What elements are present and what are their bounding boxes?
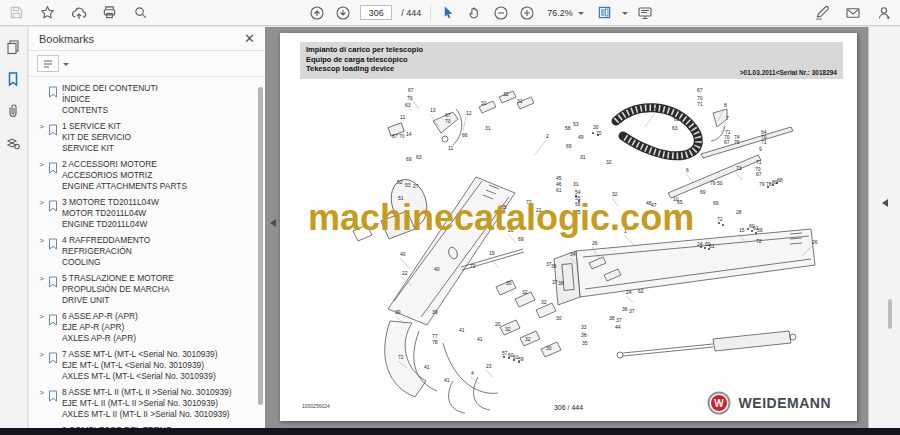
part-number-label: 32 (606, 159, 612, 165)
part-number-label: 69 (700, 189, 706, 195)
bookmark-item[interactable]: > 6 ASSE AP-R (APR)EJE AP-R (APR)AXLES A… (35, 311, 255, 344)
vertical-scrollbar[interactable] (888, 299, 892, 329)
part-number-label: 41 (459, 327, 465, 333)
part-number-label: 31 (573, 181, 579, 187)
part-number-label: 62 (638, 288, 644, 294)
part-number-label: 83 (674, 116, 680, 122)
bookmark-item[interactable]: > 7 ASSE MT-L (MT-L <Serial No. 3010939)… (35, 349, 255, 382)
page-header-band: Impianto di carico per telescopio Equipo… (300, 42, 843, 79)
part-number-label: 39 (395, 309, 401, 315)
zoom-in-icon[interactable] (518, 4, 535, 21)
part-number-label: 11 (448, 145, 453, 151)
part-number-label: 6 (686, 167, 689, 173)
part-number-label: 67 (392, 133, 398, 139)
print-icon[interactable] (101, 4, 118, 21)
attachments-icon[interactable] (5, 103, 22, 120)
close-icon[interactable]: ✕ (244, 32, 255, 45)
zoom-level-value: 76.2% (547, 8, 573, 18)
bookmarks-options-bar (29, 51, 265, 77)
save-icon[interactable] (8, 4, 25, 21)
page-number-input[interactable] (360, 5, 392, 20)
part-number-label: 32 (541, 299, 547, 305)
page-title-line: Equipo de carga telescópico (306, 55, 837, 65)
part-number-label: 78 (432, 339, 438, 345)
bookmark-item[interactable]: > 4 RAFFREDDAMENTOREFRIGERACIÓNCOOLING (35, 235, 255, 268)
page-up-icon[interactable] (308, 4, 325, 21)
part-number-label: 79 (710, 180, 716, 186)
bookmark-flag-icon (48, 311, 62, 344)
brand-footer: W WEIDEMANN (707, 391, 831, 415)
part-number-label: 69 (406, 156, 412, 162)
part-number-label: 73 (736, 165, 742, 171)
expand-chevron-icon[interactable]: > (35, 273, 48, 306)
part-number-label: 59 (518, 356, 524, 362)
part-number-label: 72 (470, 263, 476, 269)
expand-chevron-icon[interactable]: > (35, 311, 48, 344)
bookmark-item[interactable]: > 3 MOTORE TD2011L04WMOTOR TD2011L04WENG… (35, 197, 255, 230)
zoom-out-icon[interactable] (492, 4, 509, 21)
select-cursor-icon[interactable] (440, 4, 457, 21)
toolbar-left-group (8, 4, 149, 21)
chevron-down-icon[interactable] (622, 12, 628, 18)
part-number-label: 67 (724, 139, 730, 145)
presentation-icon[interactable] (637, 4, 654, 21)
collapse-panel-left-icon[interactable] (266, 219, 276, 227)
layers-icon[interactable] (5, 135, 22, 152)
part-number-label: 31 (485, 125, 491, 131)
part-number-label: 7 (726, 115, 729, 121)
expand-chevron-icon[interactable]: > (35, 349, 48, 382)
document-viewport[interactable]: Impianto di carico per telescopio Equipo… (265, 27, 868, 428)
bookmark-flag-icon (48, 197, 62, 230)
part-number-label: 36 (622, 306, 628, 312)
part-number-label: 53 (405, 182, 411, 188)
bookmark-item[interactable]: > INDICE DEI CONTENUTIÍNDICECONTENTS (35, 83, 255, 116)
bookmark-item[interactable]: > 1 SERVICE KITKIT DE SERVICIOSERVICE KI… (35, 121, 255, 154)
part-number-label: 26 (592, 240, 598, 246)
bookmark-label: 1 SERVICE KITKIT DE SERVICIOSERVICE KIT (62, 121, 131, 154)
part-number-label: 71 (756, 159, 762, 165)
part-number-label: 32 (505, 326, 511, 332)
expand-chevron-icon[interactable]: > (35, 159, 48, 192)
part-number-label: 78 (766, 181, 772, 187)
part-number-label: 32 (525, 336, 531, 342)
part-number-label: 69 (713, 200, 719, 206)
email-icon[interactable] (844, 4, 861, 21)
bookmarks-icon[interactable] (5, 71, 22, 88)
person-icon[interactable] (875, 4, 892, 21)
part-number-label: 59 (757, 227, 763, 233)
cloud-upload-icon[interactable] (70, 4, 87, 21)
part-number-label: 79 (759, 181, 765, 187)
expand-chevron-icon[interactable]: > (35, 387, 48, 420)
part-number-label: 70 (596, 130, 602, 136)
bookmark-item[interactable]: > 8 ASSE MT-L II (MT-L II >Serial No. 30… (35, 387, 255, 420)
star-icon[interactable] (39, 4, 56, 21)
fill-sign-pen-icon[interactable] (813, 4, 830, 21)
expand-chevron-icon[interactable]: > (35, 197, 48, 230)
brand-name: WEIDEMANN (739, 395, 831, 411)
hand-tool-icon[interactable] (466, 4, 483, 21)
part-number-label: 30 (506, 280, 512, 286)
part-number-label: 24 (626, 289, 632, 295)
part-number-label: 33 (581, 324, 587, 330)
expand-chevron-icon[interactable]: > (35, 235, 48, 268)
bookmark-label: 2 ACCESSORI MOTOREACCESORIOS MOTRIZENGIN… (62, 159, 187, 192)
bookmark-item[interactable]: > 2 ACCESSORI MOTOREACCESORIOS MOTRIZENG… (35, 159, 255, 192)
bookmark-item[interactable]: > 5 TRASLAZIONE E MOTOREPROPULSIÓN DE MA… (35, 273, 255, 306)
toolbar-center-group: / 444 76.2% (308, 4, 654, 21)
page-down-icon[interactable] (334, 4, 351, 21)
bookmark-label: 4 RAFFREDDAMENTOREFRIGERACIÓNCOOLING (62, 235, 150, 268)
part-number-label: 19 (489, 250, 495, 256)
bookmarks-scrollbar[interactable] (258, 87, 263, 405)
part-number-label: 36 (581, 332, 587, 338)
collapse-panel-right-icon[interactable] (878, 199, 888, 207)
part-number-label: 67 (756, 171, 762, 177)
bookmark-label: INDICE DEI CONTENUTIÍNDICECONTENTS (62, 83, 158, 116)
search-icon[interactable] (132, 4, 149, 21)
zoom-level-dropdown[interactable]: 76.2% (544, 6, 587, 20)
page-thumbnails-icon[interactable] (5, 39, 22, 56)
expand-chevron-icon[interactable]: > (35, 121, 48, 154)
page-view-icon[interactable] (596, 4, 613, 21)
bookmark-flag-icon (48, 121, 62, 154)
bookmark-options-icon[interactable] (37, 55, 59, 72)
chevron-down-icon[interactable] (63, 63, 69, 69)
